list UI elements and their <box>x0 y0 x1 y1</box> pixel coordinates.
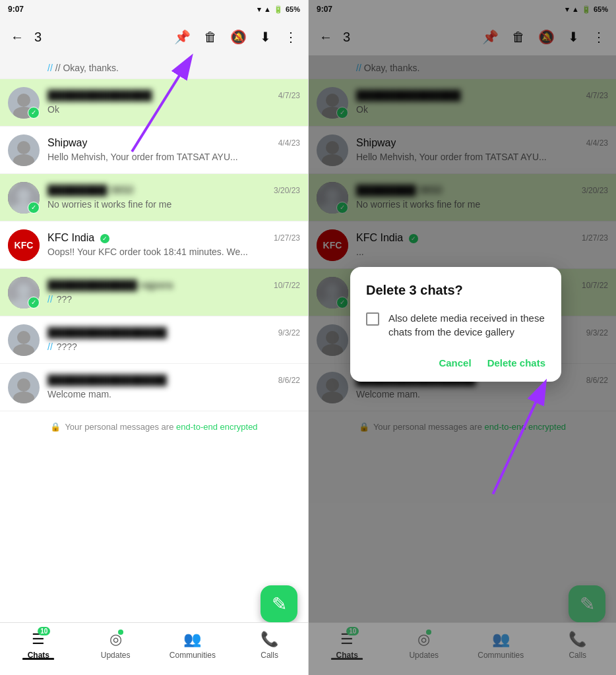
cancel-button[interactable]: Cancel <box>439 355 471 371</box>
nav-chats-left[interactable]: ☰ 10 Chats <box>0 628 77 660</box>
svg-point-11 <box>13 344 34 356</box>
svg-text:KFC: KFC <box>15 239 34 250</box>
partial-chat-item: // // Okay, thanks. <box>0 55 308 79</box>
chat-date-5: 10/7/22 <box>274 281 300 290</box>
delete-dialog: Delete 3 chats? Also delete media receiv… <box>350 267 561 382</box>
communities-icon-left: 👥 <box>183 631 201 648</box>
chat-item-5[interactable]: ✓ ████████████ rajpora 10/7/22 // ??? <box>0 269 308 316</box>
chat-preview-5: // ??? <box>47 294 72 305</box>
chat-date-1: 4/7/23 <box>278 91 300 100</box>
avatar-wrap-shipway <box>8 134 40 166</box>
battery-icon: 🔋 <box>274 5 283 14</box>
chats-label-left: Chats <box>28 651 49 660</box>
chat-info-1: ██████████████ 4/7/23 Ok <box>47 90 300 115</box>
modal-checkbox-row: Also delete media received in these chat… <box>366 311 545 339</box>
avatar-wrap-1: ✓ <box>8 87 40 119</box>
signal-icon: ▲ <box>264 5 271 13</box>
updates-label-left: Updates <box>101 651 131 660</box>
updates-icon-left: ◎ <box>109 631 122 648</box>
calls-label-left: Calls <box>261 651 278 660</box>
chat-item-6[interactable]: ████████████████ 9/3/22 // ???? <box>0 316 308 364</box>
new-chat-fab-left[interactable]: ✎ <box>261 585 297 622</box>
svg-point-0 <box>17 94 30 107</box>
avatar-wrap-3: ✓ <box>8 182 40 214</box>
chat-name-kfc: KFC India ✓ <box>47 232 109 244</box>
chat-item-1[interactable]: ✓ ██████████████ 4/7/23 Ok <box>0 79 308 127</box>
chat-item-3[interactable]: ✓ ████████ 0650 3/20/23 No worries it wo… <box>0 174 308 221</box>
modal-title: Delete 3 chats? <box>366 283 545 298</box>
chat-info-7: ████████████████ 8/6/22 Welcome mam. <box>47 374 300 400</box>
media-delete-checkbox[interactable] <box>366 312 379 326</box>
modal-actions: Cancel Delete chats <box>366 355 545 371</box>
avatar-wrap-6 <box>8 324 40 356</box>
chats-badge-left: 10 <box>38 627 50 635</box>
left-panel: 9:07 ▾ ▲ 🔋 65% ← 3 📌 🗑 🔕 ⬇ ⋮ // // Okay,… <box>0 0 308 675</box>
chat-name-6: ████████████████ <box>47 327 167 339</box>
modal-checkbox-label: Also delete media received in these chat… <box>388 311 545 339</box>
chat-preview-3: No worries it works fine for me <box>47 199 171 210</box>
avatar-wrap-kfc: KFC <box>8 229 40 261</box>
svg-point-12 <box>17 378 30 392</box>
pin-icon[interactable]: 📌 <box>169 24 196 50</box>
chat-name-1: ██████████████ <box>47 90 152 102</box>
chat-date-7: 8/6/22 <box>278 376 300 385</box>
lock-icon-left: 🔒 <box>50 422 61 432</box>
svg-point-2 <box>17 141 30 154</box>
nav-communities-left[interactable]: 👥 Communities <box>154 628 231 660</box>
delete-icon[interactable]: 🗑 <box>199 24 222 50</box>
svg-point-3 <box>13 154 34 166</box>
chat-info-6: ████████████████ 9/3/22 // ???? <box>47 327 300 353</box>
chat-info-5: ████████████ rajpora 10/7/22 // ??? <box>47 279 300 305</box>
chat-preview-1: Ok <box>47 104 59 115</box>
modal-overlay: Delete 3 chats? Also delete media receiv… <box>309 0 616 675</box>
check-badge-1: ✓ <box>28 107 40 119</box>
chat-info-kfc: KFC India ✓ 1/27/23 Oops!! Your KFC orde… <box>47 232 300 258</box>
mute-icon[interactable]: 🔕 <box>225 24 252 50</box>
more-icon[interactable]: ⋮ <box>279 24 303 50</box>
avatar-wrap-5: ✓ <box>8 277 40 308</box>
avatar-shipway <box>8 134 40 166</box>
chats-icon-left: ☰ 10 <box>32 631 45 648</box>
tick-icon: // <box>47 63 53 73</box>
communities-label-left: Communities <box>169 651 216 660</box>
back-button-left[interactable]: ← <box>5 24 29 50</box>
chat-preview-7: Welcome mam. <box>47 389 111 399</box>
check-badge-5: ✓ <box>28 297 40 308</box>
avatar-wrap-7 <box>8 372 40 403</box>
avatar-kfc: KFC <box>8 229 40 261</box>
e2e-text-left: Your personal messages are end-to-end en… <box>65 422 257 432</box>
nav-calls-left[interactable]: 📞 Calls <box>231 628 308 660</box>
action-bar-left: ← 3 📌 🗑 🔕 ⬇ ⋮ <box>0 18 308 55</box>
chat-preview-kfc: Oops!! Your KFC order took 18:41 minutes… <box>47 247 248 257</box>
calls-icon-left: 📞 <box>261 631 278 648</box>
chat-info-3: ████████ 0650 3/20/23 No worries it work… <box>47 185 300 210</box>
chat-date-3: 3/20/23 <box>274 186 300 195</box>
status-icons-left: ▾ ▲ 🔋 65% <box>257 5 300 14</box>
chat-date-6: 9/3/22 <box>278 328 300 338</box>
new-chat-icon-left: ✎ <box>272 593 287 615</box>
avatar-7 <box>8 372 40 403</box>
battery-pct-left: 65% <box>286 5 300 13</box>
e2e-notice-left: 🔒 Your personal messages are end-to-end … <box>0 411 308 442</box>
e2e-link-left[interactable]: end-to-end encrypted <box>176 422 258 432</box>
svg-point-10 <box>17 331 30 344</box>
chat-date-kfc: 1/27/23 <box>274 233 300 243</box>
chat-name-shipway: Shipway <box>47 137 87 149</box>
chat-item-7[interactable]: ████████████████ 8/6/22 Welcome mam. <box>0 364 308 411</box>
chat-preview-6: // ???? <box>47 341 77 352</box>
chat-date-shipway: 4/4/23 <box>278 138 300 148</box>
time-left: 9:07 <box>8 5 24 14</box>
chat-item-shipway[interactable]: Shipway 4/4/23 Hello Mehvish, Your order… <box>0 127 308 174</box>
delete-chats-button[interactable]: Delete chats <box>487 355 545 371</box>
chat-info-shipway: Shipway 4/4/23 Hello Mehvish, Your order… <box>47 137 300 163</box>
updates-dot-left <box>118 630 123 635</box>
nav-updates-left[interactable]: ◎ Updates <box>77 628 154 660</box>
bottom-nav-left: ☰ 10 Chats ◎ Updates 👥 Communities 📞 Cal… <box>0 622 308 675</box>
chat-name-3: ████████ 0650 <box>47 185 134 196</box>
right-panel: 9:07 ▾ ▲ 🔋 65% ← 3 📌 🗑 🔕 ⬇ ⋮ // Okay, th… <box>308 0 616 675</box>
svg-point-13 <box>13 392 34 403</box>
archive-icon[interactable]: ⬇ <box>255 24 276 50</box>
chat-item-kfc[interactable]: KFC KFC India ✓ 1/27/23 Oops!! Your KFC … <box>0 221 308 269</box>
verified-icon: ✓ <box>100 234 109 243</box>
wifi-icon: ▾ <box>257 5 261 14</box>
